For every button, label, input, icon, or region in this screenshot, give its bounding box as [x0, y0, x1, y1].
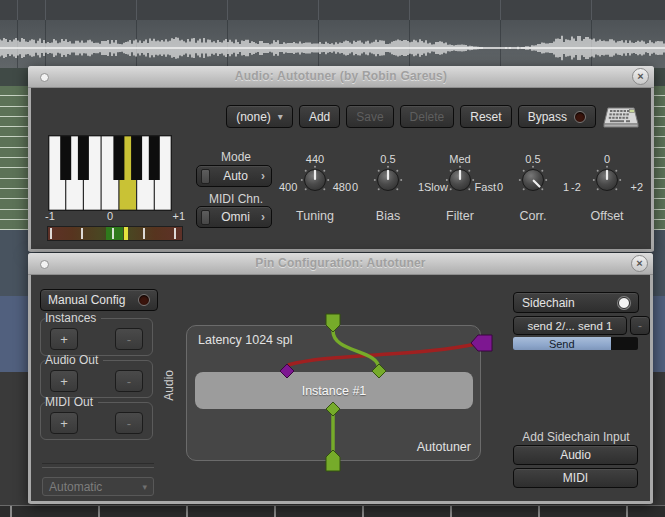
knob-max-label: +2	[630, 181, 643, 193]
knob-max-label: Fast	[475, 181, 496, 193]
audio-out-group: Audio Out + -	[40, 353, 153, 398]
pin-window-titlebar[interactable]: Pin Configuration: Autotuner ×	[28, 253, 653, 275]
midi-out-label: MIDI Out	[45, 395, 98, 409]
bypass-label: Bypass	[528, 110, 567, 124]
chevron-down-icon: ▾	[278, 111, 283, 122]
instance-box[interactable]: Instance #1	[195, 372, 473, 409]
knob-bias: 0.501Bias	[350, 153, 426, 223]
chevron-right-icon: ›	[261, 169, 265, 183]
mode-select[interactable]: Automatic ▾	[42, 477, 154, 496]
plugin-pin-box: Latency 1024 spl Instance #1 Autotuner	[186, 325, 481, 461]
sidechain-button[interactable]: Sidechain	[513, 292, 639, 313]
preset-dropdown-label: (none)	[236, 110, 271, 124]
chevron-down-icon: ▾	[142, 482, 147, 492]
knob-dial-tuning[interactable]	[300, 165, 330, 195]
midi-chn-dropdown[interactable]: Omni ›	[196, 206, 272, 228]
midi-chn-label: MIDI Chn.	[198, 192, 274, 206]
plugin-toolbar: (none) ▾ Add Save Delete Reset Bypass	[226, 105, 640, 128]
knob-corr: 0.501Corr.	[495, 153, 571, 223]
meter-max-label: +1	[172, 210, 185, 222]
delete-preset-button[interactable]: Delete	[400, 105, 455, 128]
audio-out-plus-button[interactable]: +	[50, 370, 78, 392]
close-icon[interactable]: ×	[631, 255, 648, 272]
manual-config-label: Manual Config	[48, 293, 125, 307]
knob-max-label: 480	[333, 181, 351, 193]
save-preset-button[interactable]: Save	[346, 105, 393, 128]
left-panel-divider	[42, 463, 154, 468]
meter-tick	[143, 228, 145, 239]
manual-config-led-icon	[138, 294, 150, 306]
bypass-button[interactable]: Bypass	[518, 105, 596, 128]
mode-label: Mode	[198, 150, 274, 164]
audio-track-waveform	[0, 20, 665, 68]
knob-min-label: Slow	[424, 181, 448, 193]
mode-dropdown[interactable]: Auto ›	[196, 165, 272, 187]
knob-min-label: 0	[497, 181, 503, 193]
midi-out-plus-button[interactable]: +	[50, 412, 78, 434]
audio-out-minus-button[interactable]: -	[115, 370, 143, 392]
preset-dropdown[interactable]: (none) ▾	[226, 105, 293, 128]
instances-minus-button[interactable]: -	[115, 328, 143, 350]
knob-dial-corr[interactable]	[518, 165, 548, 195]
knob-filter: MedSlowFastFilter	[422, 153, 498, 223]
add-sidechain-midi-button[interactable]: MIDI	[513, 468, 638, 488]
latency-label: Latency 1024 spl	[198, 333, 293, 347]
knob-min-label: 0	[352, 181, 358, 193]
reset-button[interactable]: Reset	[460, 105, 511, 128]
knob-top-label: 0	[569, 153, 645, 165]
add-sidechain-input-label: Add Sidechain Input	[513, 430, 639, 444]
send-remove-button[interactable]: -	[630, 316, 650, 335]
midi-out-minus-button[interactable]: -	[115, 412, 143, 434]
meter-min-label: -1	[45, 210, 55, 222]
instances-label: Instances	[45, 311, 101, 325]
add-preset-button[interactable]: Add	[299, 105, 340, 128]
instances-plus-button[interactable]: +	[50, 328, 78, 350]
meter-green-segment	[106, 227, 123, 240]
meter-yellow-marker	[124, 227, 128, 240]
drag-grip-icon	[201, 169, 210, 184]
knob-min-label: -2	[571, 181, 581, 193]
knob-tuning: 440400480Tuning	[277, 153, 353, 223]
knob-name-label: Tuning	[277, 209, 353, 223]
knob-name-label: Filter	[422, 209, 498, 223]
meter-tick	[50, 228, 52, 239]
knob-top-label: 0.5	[350, 153, 426, 165]
plugin-window: Audio: Autotuner (by Robin Gareus) × (no…	[28, 66, 654, 252]
meter-mid-label: 0	[107, 210, 113, 222]
mode-value: Auto	[210, 169, 261, 183]
knob-name-label: Bias	[350, 209, 426, 223]
midi-chn-value: Omni	[210, 210, 261, 224]
knob-dial-bias[interactable]	[373, 165, 403, 195]
knob-dial-filter[interactable]	[445, 165, 475, 195]
plugin-window-titlebar[interactable]: Audio: Autotuner (by Robin Gareus) ×	[28, 66, 654, 88]
plugin-name-label: Autotuner	[417, 440, 471, 454]
meter-tick	[81, 228, 83, 239]
manual-config-button[interactable]: Manual Config	[40, 289, 158, 311]
bypass-led-icon	[574, 111, 586, 123]
knob-min-label: 400	[279, 181, 297, 193]
knob-name-label: Corr.	[495, 209, 571, 223]
sidechain-label: Sidechain	[522, 296, 575, 310]
pin-config-window: Pin Configuration: Autotuner × Manual Co…	[28, 253, 653, 504]
keyboard-icon[interactable]	[602, 104, 640, 130]
piano-keyboard[interactable]	[48, 135, 172, 211]
instances-group: Instances + -	[40, 311, 153, 356]
send-source-button[interactable]: send 2/... send 1	[513, 316, 627, 335]
audio-out-label: Audio Out	[45, 353, 103, 367]
pin-window-title: Pin Configuration: Autotuner	[28, 256, 653, 270]
timeline-ruler-top	[0, 0, 665, 21]
send-label: Send	[513, 337, 611, 350]
knob-top-label: 0.5	[495, 153, 571, 165]
add-sidechain-audio-button[interactable]: Audio	[513, 445, 638, 465]
knob-dial-offset[interactable]	[592, 165, 622, 195]
instance-label: Instance #1	[302, 384, 367, 398]
plugin-window-title: Audio: Autotuner (by Robin Gareus)	[28, 69, 654, 83]
chevron-right-icon: ›	[261, 210, 265, 224]
pitch-meter-scale: -1 0 +1	[45, 210, 185, 223]
send-level-bar[interactable]: Send	[513, 337, 638, 350]
midi-out-group: MIDI Out + -	[40, 395, 153, 440]
drag-grip-icon	[201, 210, 210, 225]
knob-offset: 0-2+2Offset	[569, 153, 645, 223]
sidechain-led-icon	[618, 297, 630, 309]
close-icon[interactable]: ×	[632, 68, 649, 85]
